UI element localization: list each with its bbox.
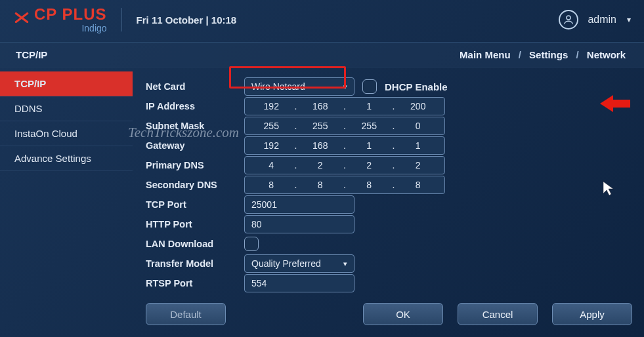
chevron-down-icon: ▾ — [627, 15, 631, 24]
ip-address-input[interactable]: 192. 168. 1. 200 — [244, 97, 445, 115]
breadcrumb: Main Menu / Settings / Network — [457, 49, 628, 60]
sidebar-item-advance-settings[interactable]: Advance Settings — [0, 146, 133, 171]
transfer-model-select[interactable]: Quality Preferred ▾ — [244, 254, 354, 273]
sidebar: TCP/IP DDNS InstaOn Cloud Advance Settin… — [0, 68, 133, 330]
main-panel: Net Card Wire Netcard ▾ DHCP Enable IP A… — [133, 68, 644, 330]
label-transfer-model: Transfer Model — [146, 258, 244, 269]
sidebar-item-tcpip[interactable]: TCP/IP — [0, 71, 133, 96]
http-port-input[interactable]: 80 — [244, 215, 354, 233]
tcp-port-input[interactable]: 25001 — [244, 195, 354, 214]
sidebar-item-ddns[interactable]: DDNS — [0, 96, 133, 121]
label-gateway: Gateway — [146, 140, 244, 151]
netcard-select[interactable]: Wire Netcard ▾ — [244, 77, 354, 96]
label-tcp-port: TCP Port — [146, 199, 244, 210]
rtsp-port-input[interactable]: 554 — [244, 274, 354, 292]
label-subnet-mask: Subnet Mask — [146, 121, 244, 131]
label-netcard: Net Card — [146, 81, 244, 92]
svg-point-0 — [567, 16, 570, 20]
lan-download-checkbox[interactable] — [244, 237, 259, 251]
sidebar-item-instaon-cloud[interactable]: InstaOn Cloud — [0, 121, 133, 146]
logo-icon — [13, 9, 30, 26]
label-ip-address: IP Address — [146, 101, 244, 111]
label-rtsp-port: RTSP Port — [146, 278, 244, 288]
label-http-port: HTTP Port — [146, 219, 244, 229]
label-dhcp: DHCP Enable — [385, 81, 448, 92]
apply-button[interactable]: Apply — [552, 303, 632, 325]
secondary-dns-input[interactable]: 8. 8. 8. 8 — [244, 176, 445, 194]
app-header: CP PLUS Indigo Fri 11 October | 10:18 ad… — [0, 0, 644, 43]
dhcp-checkbox[interactable] — [362, 79, 377, 94]
subnet-mask-input[interactable]: 255. 255. 255. 0 — [244, 117, 445, 135]
page-topbar: TCP/IP Main Menu / Settings / Network — [0, 43, 644, 68]
datetime-label: Fri 11 October | 10:18 — [137, 14, 237, 26]
user-avatar-icon — [559, 10, 578, 30]
footer-buttons: Default OK Cancel Apply — [146, 303, 632, 325]
divider — [121, 8, 122, 31]
ok-button[interactable]: OK — [363, 303, 443, 325]
brand-secondary: Indigo — [34, 24, 107, 33]
page-title: TCP/IP — [16, 49, 47, 60]
brand-primary: CP PLUS — [34, 7, 107, 22]
label-secondary-dns: Secondary DNS — [146, 180, 244, 190]
crumb-main-menu[interactable]: Main Menu — [460, 49, 511, 60]
primary-dns-input[interactable]: 4. 2. 2. 2 — [244, 156, 445, 174]
default-button[interactable]: Default — [146, 303, 226, 325]
label-primary-dns: Primary DNS — [146, 160, 244, 170]
cancel-button[interactable]: Cancel — [458, 303, 538, 325]
logo: CP PLUS Indigo — [13, 7, 107, 33]
netcard-value: Wire Netcard — [251, 81, 305, 92]
gateway-input[interactable]: 192. 168. 1. 1 — [244, 136, 445, 155]
arrow-indicator-icon — [600, 94, 630, 116]
username-label: admin — [588, 14, 616, 26]
label-lan-download: LAN Download — [146, 239, 244, 249]
chevron-down-icon: ▾ — [343, 260, 347, 268]
crumb-network[interactable]: Network — [587, 49, 626, 60]
user-menu[interactable]: admin ▾ — [559, 10, 631, 30]
transfer-model-value: Quality Preferred — [251, 258, 321, 269]
crumb-settings[interactable]: Settings — [529, 49, 568, 60]
chevron-down-icon: ▾ — [343, 83, 347, 91]
